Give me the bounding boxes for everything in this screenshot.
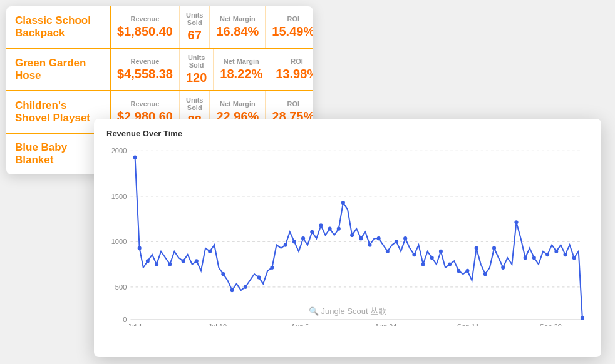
svg-point-54 [501, 266, 505, 270]
svg-point-45 [421, 263, 425, 266]
svg-point-24 [221, 272, 225, 276]
chart-title: Revenue Over Time [106, 129, 589, 138]
svg-point-33 [319, 223, 323, 227]
svg-point-57 [532, 256, 536, 260]
svg-point-26 [244, 285, 247, 289]
svg-point-52 [483, 272, 487, 276]
units-cell-1: Units Sold 67 [179, 6, 210, 48]
product-metrics-2: Revenue $4,558.38 Units Sold 120 Net Mar… [110, 49, 313, 90]
svg-point-20 [168, 263, 172, 266]
svg-point-41 [386, 250, 390, 253]
chart-area: 2000 1500 1000 500 0 Jul 1 Jul 19 Aug 6 … [106, 144, 589, 326]
svg-point-47 [439, 250, 443, 253]
product-name-2: Green Garden Hose [6, 49, 110, 90]
margin-cell-1: Net Margin 16.84% [209, 6, 265, 48]
svg-point-48 [448, 263, 452, 266]
svg-point-40 [377, 236, 381, 240]
svg-point-50 [465, 269, 469, 273]
svg-point-44 [412, 253, 416, 256]
svg-point-55 [514, 220, 518, 224]
svg-point-46 [430, 256, 434, 260]
roi-cell-2: ROI 13.98% [269, 49, 313, 90]
svg-point-51 [475, 246, 478, 250]
svg-point-23 [208, 250, 212, 253]
svg-point-36 [341, 201, 345, 205]
svg-point-18 [146, 259, 150, 263]
svg-text:Sep 11: Sep 11 [457, 323, 479, 326]
svg-point-21 [182, 259, 185, 263]
svg-text:500: 500 [115, 283, 127, 291]
svg-point-25 [230, 288, 234, 292]
svg-text:Aug 6: Aug 6 [291, 323, 309, 326]
svg-text:0: 0 [123, 316, 127, 323]
svg-point-31 [301, 236, 305, 240]
product-metrics-1: Revenue $1,850.40 Units Sold 67 Net Marg… [110, 6, 313, 48]
roi-cell-1: ROI 15.49% [265, 6, 313, 48]
svg-text:1500: 1500 [111, 193, 127, 200]
chart-svg: 2000 1500 1000 500 0 Jul 1 Jul 19 Aug 6 … [106, 144, 589, 326]
revenue-cell-1: Revenue $1,850.40 [111, 6, 179, 48]
product-row-2: Green Garden Hose Revenue $4,558.38 Unit… [6, 49, 313, 91]
product-row-1: Classic School Backpack Revenue $1,850.4… [6, 6, 313, 49]
svg-point-22 [195, 259, 199, 263]
svg-point-58 [545, 253, 549, 256]
svg-point-56 [524, 256, 527, 260]
svg-point-35 [337, 227, 341, 231]
svg-point-16 [133, 156, 137, 159]
svg-point-43 [403, 236, 407, 240]
svg-text:1000: 1000 [111, 238, 127, 245]
svg-point-30 [292, 240, 296, 243]
svg-point-17 [138, 246, 142, 250]
svg-point-49 [457, 269, 460, 273]
svg-point-53 [492, 246, 496, 250]
svg-text:Sep 29: Sep 29 [540, 323, 562, 326]
svg-text:Jul 19: Jul 19 [208, 323, 227, 326]
svg-point-39 [368, 243, 371, 246]
svg-point-61 [572, 256, 576, 260]
margin-cell-2: Net Margin 18.22% [213, 49, 269, 90]
svg-point-42 [395, 240, 398, 243]
svg-point-59 [554, 250, 558, 253]
svg-point-34 [328, 227, 332, 231]
svg-text:Aug 24: Aug 24 [375, 323, 396, 326]
chart-panel: Revenue Over Time 2000 1500 1000 500 0 J… [94, 119, 601, 357]
svg-point-28 [270, 266, 274, 270]
product-name-1: Classic School Backpack [6, 6, 110, 48]
revenue-cell-2: Revenue $4,558.38 [111, 49, 179, 90]
svg-point-29 [284, 243, 287, 246]
watermark: 🔍 Jungle Scout 丛歌 [309, 306, 386, 317]
svg-point-27 [257, 275, 261, 279]
svg-point-62 [581, 316, 584, 320]
svg-point-19 [155, 263, 158, 266]
svg-text:Jul 1: Jul 1 [128, 323, 143, 326]
svg-point-38 [359, 236, 363, 240]
svg-point-37 [350, 233, 354, 237]
svg-point-32 [310, 230, 314, 234]
svg-text:2000: 2000 [111, 147, 127, 154]
svg-point-60 [563, 253, 567, 256]
units-cell-2: Units Sold 120 [179, 49, 213, 90]
